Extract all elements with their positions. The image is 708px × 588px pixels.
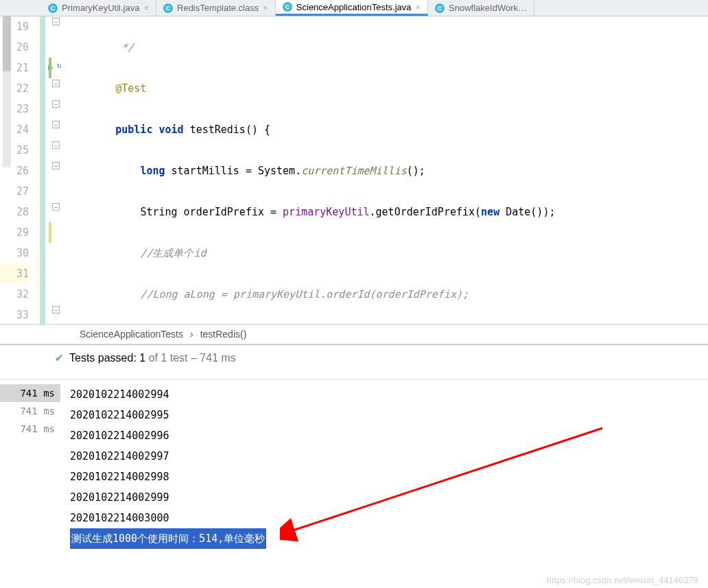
fold-collapse-icon[interactable]: − xyxy=(52,141,60,149)
tab-snowflakeidwork[interactable]: CSnowflakeIdWork… xyxy=(428,0,534,16)
code-editor[interactable]: 192021222324252627282930313233 ▶ ↻ − − −… xyxy=(0,16,708,324)
console-line: 2020102214002994 xyxy=(70,384,708,405)
code-text: //Long aLong = primaryKeyUtil.orderId(or… xyxy=(140,288,469,301)
breadcrumb[interactable]: ScienceApplicationTests › testRedis() xyxy=(0,324,708,344)
rerun-gutter-icon[interactable]: ↻ xyxy=(57,61,62,70)
fold-collapse-icon[interactable]: − xyxy=(52,18,60,25)
editor-tabs: CPrimaryKeyUtil.java× CRedisTemplate.cla… xyxy=(0,0,708,16)
close-icon[interactable]: × xyxy=(143,3,149,13)
console-line: 2020102214002999 xyxy=(70,487,708,508)
console-output[interactable]: 2020102214002994 2020102214002995 202010… xyxy=(60,380,708,588)
tab-label: RedisTemplate.class xyxy=(177,3,259,13)
test-tree[interactable]: 741 ms 741 ms 741 ms xyxy=(0,380,60,588)
code-text: .getOrderIdPrefix( xyxy=(370,206,482,218)
tab-label: PrimaryKeyUtil.java xyxy=(62,3,139,13)
fold-gutter: ▶ ↻ − − − − − − − − xyxy=(38,16,64,324)
code-text: long xyxy=(140,165,165,177)
java-class-icon: C xyxy=(163,3,173,13)
code-text: new xyxy=(481,206,499,218)
console-line: 2020102214002995 xyxy=(70,405,708,425)
vcs-change-marker xyxy=(49,222,51,243)
fold-collapse-icon[interactable]: − xyxy=(52,100,60,108)
fold-collapse-icon[interactable]: − xyxy=(52,121,60,128)
code-text: currentTimeMillis xyxy=(301,165,407,177)
test-tree-row[interactable]: 741 ms xyxy=(0,384,60,402)
code-text: void xyxy=(158,124,183,136)
code-text: String orderIdPrefix = xyxy=(140,206,283,218)
fold-collapse-icon[interactable]: − xyxy=(52,306,60,314)
tab-label: ScienceApplicationTests.java xyxy=(296,2,412,12)
breadcrumb-separator: › xyxy=(190,329,193,340)
status-count: 1 xyxy=(139,352,145,364)
java-class-icon: C xyxy=(283,2,292,12)
test-tree-row[interactable]: 741 ms xyxy=(0,420,60,438)
check-icon: ✔ xyxy=(55,352,64,364)
status-prefix: Tests passed: xyxy=(69,352,137,364)
console-selected-line: 测试生成1000个使用时间：514,单位毫秒 xyxy=(70,528,266,549)
code-text: */ xyxy=(66,41,134,54)
java-class-icon: C xyxy=(48,3,58,13)
run-tool-window: ✔ Tests passed: 1 of 1 test – 741 ms 741… xyxy=(0,344,708,588)
breadcrumb-class[interactable]: ScienceApplicationTests xyxy=(80,329,183,340)
close-icon[interactable]: × xyxy=(415,2,421,12)
tab-primarykeyutil[interactable]: CPrimaryKeyUtil.java× xyxy=(41,0,156,16)
console-line: 2020102214002996 xyxy=(70,425,708,446)
code-text: Date()); xyxy=(499,206,555,218)
breadcrumb-method[interactable]: testRedis() xyxy=(200,329,247,340)
console-line: 2020102214002998 xyxy=(70,467,708,487)
java-class-icon: C xyxy=(435,3,445,13)
code-text: (); xyxy=(407,165,425,177)
editor-scrollbar-thumb[interactable] xyxy=(3,16,11,71)
code-text: public xyxy=(115,124,152,136)
tab-scienceapplicationtests[interactable]: CScienceApplicationTests.java× xyxy=(276,0,428,16)
code-text: testRedis() { xyxy=(190,124,270,136)
code-text: @Test xyxy=(115,82,146,95)
fold-collapse-icon[interactable]: − xyxy=(52,162,60,169)
close-icon[interactable]: × xyxy=(263,3,268,13)
test-status-bar: ✔ Tests passed: 1 of 1 test – 741 ms xyxy=(0,345,708,370)
tab-label: SnowflakeIdWork… xyxy=(449,3,527,13)
fold-collapse-icon[interactable]: − xyxy=(52,203,60,211)
console-line: 2020102214003000 xyxy=(70,508,708,528)
code-area[interactable]: */ @Test public void testRedis() { long … xyxy=(64,16,708,324)
code-text: startMillis = System. xyxy=(165,165,302,177)
code-text: //生成单个id xyxy=(140,247,206,259)
test-tree-row[interactable]: 741 ms xyxy=(0,402,60,420)
code-text: primaryKeyUtil xyxy=(283,206,369,218)
watermark: https://blog.csdn.net/weixin_44146379 xyxy=(547,575,698,585)
tab-redistemplate[interactable]: CRedisTemplate.class× xyxy=(156,0,276,16)
fold-collapse-icon[interactable]: − xyxy=(52,80,60,87)
vcs-change-marker xyxy=(49,58,51,78)
status-suffix: of 1 test – 741 ms xyxy=(149,352,236,364)
console-line: 2020102214002997 xyxy=(70,446,708,467)
